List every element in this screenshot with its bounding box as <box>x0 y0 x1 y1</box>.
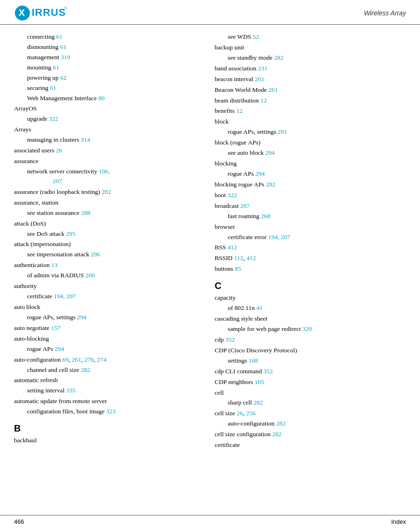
page-link[interactable]: 261 <box>72 356 81 363</box>
list-item: automatic refresh <box>14 376 201 385</box>
list-item: automatic update from remote server <box>14 397 201 406</box>
list-item: setting interval 335 <box>14 386 201 396</box>
page-link[interactable]: 282 <box>276 420 285 427</box>
page-link[interactable]: 112 <box>234 254 243 261</box>
page-link[interactable]: 157 <box>51 324 60 331</box>
page-link[interactable]: 268 <box>261 213 270 219</box>
page-link[interactable]: 207 <box>53 178 62 185</box>
list-item: CDP (Cisco Discovery Protocol) <box>215 346 406 356</box>
page-link[interactable]: 106, <box>99 168 110 175</box>
page-link[interactable]: 274 <box>97 356 106 363</box>
page-link[interactable]: 61 <box>50 84 56 91</box>
list-item: rogue APs 294 <box>14 344 201 354</box>
list-item: mounting 61 <box>14 63 201 73</box>
page-link[interactable]: 52 <box>253 33 259 40</box>
xirrus-logo: X IRRUS ® <box>14 5 70 21</box>
page-link[interactable]: 261 <box>269 86 278 93</box>
page-link[interactable]: 322 <box>49 115 58 122</box>
page-link[interactable]: 294 <box>255 170 265 177</box>
list-item: rogue APs, settings 294 <box>14 313 201 322</box>
page-link[interactable]: 412 <box>227 244 237 251</box>
page-link[interactable]: 12 <box>236 107 243 114</box>
page-link[interactable]: 294 <box>265 149 275 156</box>
page-link[interactable]: 319 <box>61 54 70 61</box>
page-link[interactable]: 282 <box>81 366 90 373</box>
list-item: fast roaming 268 <box>215 212 406 221</box>
page-link[interactable]: 322 <box>227 192 237 199</box>
page-link[interactable]: 335 <box>66 387 76 394</box>
list-item: browser <box>215 222 406 232</box>
page-link[interactable]: 168 <box>248 357 258 364</box>
list-item: see station assurance 288 <box>14 208 201 218</box>
page-link[interactable]: 41 <box>256 304 263 311</box>
list-item: authority <box>14 281 201 291</box>
page-footer: 466 Index <box>0 515 420 528</box>
list-item: certificate <box>215 440 406 450</box>
page-link[interactable]: 329 <box>303 325 312 332</box>
list-item: band association 231 <box>215 64 406 74</box>
page-link[interactable]: 200 <box>85 272 95 279</box>
list-item: certificate 194, 207 <box>14 292 201 302</box>
page-link[interactable]: 352 <box>225 336 234 343</box>
list-item: see auto block 294 <box>215 148 406 158</box>
list-item: see impersonation attack 296 <box>14 250 201 260</box>
page-link[interactable]: 352 <box>263 368 273 375</box>
list-item: network server connectivity 106,207 <box>14 167 201 186</box>
list-item: boot 322 <box>215 191 406 200</box>
page-link[interactable]: 13 <box>51 261 58 268</box>
page-link[interactable]: 296 <box>91 251 100 258</box>
list-item: auto-configuration 69, 261, 270, 274 <box>14 355 201 365</box>
list-item: BSS 412 <box>215 243 406 253</box>
page-link[interactable]: 412 <box>247 254 256 261</box>
list-item: cell <box>215 388 406 398</box>
page-link[interactable]: 207 <box>66 293 76 300</box>
page-link[interactable]: 294 <box>77 314 86 321</box>
page-link[interactable]: 256 <box>246 410 255 417</box>
list-item: upgrade 322 <box>14 114 201 124</box>
page-link[interactable]: 69 <box>62 356 69 363</box>
list-item: Beacon World Mode 261 <box>215 85 406 95</box>
list-item: broadcast 267 <box>215 201 406 211</box>
page-link[interactable]: 323 <box>106 408 116 415</box>
page-link[interactable]: 295 <box>66 230 76 237</box>
page-link[interactable]: 267 <box>241 202 250 209</box>
page-link[interactable]: 26 <box>56 147 62 154</box>
list-item: auto negotiate 157 <box>14 323 201 333</box>
page-link[interactable]: 207 <box>281 233 290 240</box>
list-item: auto block <box>14 302 201 312</box>
page-link[interactable]: 270 <box>84 356 94 363</box>
page-link[interactable]: 12 <box>261 97 267 104</box>
page-link[interactable]: 194, <box>54 293 65 300</box>
list-item: beacon interval 261 <box>215 75 406 84</box>
page-link[interactable]: 261 <box>255 75 264 82</box>
svg-text:®: ® <box>64 6 67 10</box>
page-link[interactable]: 80 <box>98 95 105 102</box>
page-link[interactable]: 62 <box>60 74 67 81</box>
list-item: cdp 352 <box>215 335 406 345</box>
page-link[interactable]: 288 <box>81 209 90 216</box>
page-link[interactable]: 105 <box>255 378 264 385</box>
page-link[interactable]: 61 <box>60 43 67 50</box>
page-link[interactable]: 61 <box>56 33 63 40</box>
svg-text:IRRUS: IRRUS <box>32 7 66 18</box>
page-link[interactable]: 291 <box>278 128 287 135</box>
page-link[interactable]: 282 <box>102 188 111 195</box>
list-item: connecting 61 <box>14 32 201 42</box>
page-link[interactable]: 194, <box>268 233 279 240</box>
page-link[interactable]: 85 <box>235 265 241 272</box>
list-item: cell size configuration 282 <box>215 430 406 439</box>
page-link[interactable]: 282 <box>266 181 275 188</box>
list-item: of admin via RADIUS 200 <box>14 271 201 281</box>
page-link[interactable]: 294 <box>55 345 64 352</box>
page-link[interactable]: 61 <box>53 64 59 71</box>
list-item: auto-configuration 282 <box>215 419 406 429</box>
page-link[interactable]: 282 <box>254 399 263 406</box>
page-link[interactable]: 231 <box>258 65 267 72</box>
page-link[interactable]: 282 <box>274 54 283 61</box>
list-item: channel and cell size 282 <box>14 365 201 375</box>
page-link[interactable]: 282 <box>272 431 282 438</box>
list-item: assurance, station <box>14 198 201 208</box>
page-link[interactable]: 314 <box>81 136 90 143</box>
page-link[interactable]: 26 <box>237 410 243 417</box>
right-column: see WDS 52backup unitsee standby mode 28… <box>210 32 406 451</box>
